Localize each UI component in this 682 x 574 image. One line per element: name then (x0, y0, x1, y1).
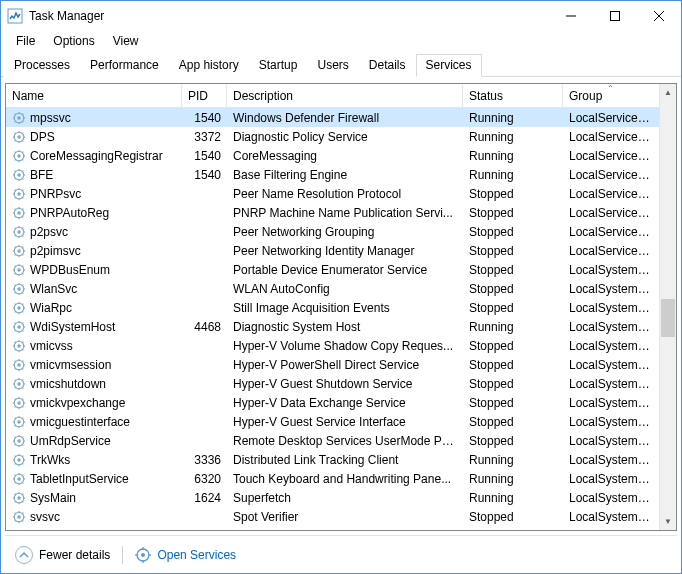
cell-description: Base Filtering Engine (227, 167, 463, 183)
table-row[interactable]: WiaRpcStill Image Acquisition EventsStop… (6, 298, 659, 317)
cell-name: WiaRpc (6, 300, 182, 316)
gear-icon (12, 377, 26, 391)
cell-pid (182, 516, 227, 518)
cell-name: WdiSystemHost (6, 319, 182, 335)
app-icon (7, 8, 23, 24)
table-row[interactable]: UmRdpServiceRemote Desktop Services User… (6, 431, 659, 450)
cell-pid: 4468 (182, 319, 227, 335)
header-group-label: Group (569, 89, 602, 103)
maximize-button[interactable] (593, 1, 637, 31)
tab-performance[interactable]: Performance (80, 54, 169, 77)
fewer-details-button[interactable]: Fewer details (15, 546, 110, 564)
menu-options[interactable]: Options (45, 33, 102, 49)
cell-group: LocalSystemN... (563, 262, 657, 278)
gear-icon (12, 244, 26, 258)
service-name: BFE (30, 168, 53, 182)
table-row[interactable]: mpssvc1540Windows Defender FirewallRunni… (6, 108, 659, 127)
header-group[interactable]: ⌃ Group (563, 85, 657, 107)
cell-status: Running (463, 129, 563, 145)
scroll-thumb[interactable] (661, 299, 675, 337)
menu-view[interactable]: View (105, 33, 147, 49)
cell-name: svsvc (6, 509, 182, 525)
cell-group: LocalServiceP... (563, 224, 657, 240)
titlebar[interactable]: Task Manager (1, 1, 681, 31)
header-description[interactable]: Description (227, 85, 463, 107)
cell-description: Superfetch (227, 490, 463, 506)
cell-description: Peer Networking Identity Manager (227, 243, 463, 259)
close-button[interactable] (637, 1, 681, 31)
header-status[interactable]: Status (463, 85, 563, 107)
gear-icon (12, 111, 26, 125)
table-row[interactable]: DPS3372Diagnostic Policy ServiceRunningL… (6, 127, 659, 146)
cell-status: Stopped (463, 262, 563, 278)
window-controls (549, 1, 681, 31)
table-row[interactable]: SysMain1624SuperfetchRunningLocalSystemN… (6, 488, 659, 507)
header-name[interactable]: Name (6, 85, 182, 107)
service-name: vmickvpexchange (30, 396, 125, 410)
scroll-up-button[interactable]: ▲ (660, 84, 676, 101)
table-row[interactable]: svsvcSpot VerifierStoppedLocalSystemN... (6, 507, 659, 526)
cell-pid (182, 440, 227, 442)
svg-point-96 (17, 287, 21, 291)
tab-startup[interactable]: Startup (249, 54, 308, 77)
cell-group: LocalSystemN... (563, 281, 657, 297)
cell-group: LocalServiceP... (563, 186, 657, 202)
cell-group: LocalServiceN... (563, 129, 657, 145)
cell-group: LocalSystemN... (563, 376, 657, 392)
service-name: DPS (30, 130, 55, 144)
tab-app-history[interactable]: App history (169, 54, 249, 77)
tab-processes[interactable]: Processes (4, 54, 80, 77)
gear-icon (12, 453, 26, 467)
table-row[interactable]: vmicshutdownHyper-V Guest Shutdown Servi… (6, 374, 659, 393)
cell-status: Running (463, 167, 563, 183)
table-row[interactable]: BFE1540Base Filtering EngineRunningLocal… (6, 165, 659, 184)
gear-icon (12, 149, 26, 163)
cell-status: Stopped (463, 224, 563, 240)
table-row[interactable]: vmicvmsessionHyper-V PowerShell Direct S… (6, 355, 659, 374)
vertical-scrollbar[interactable]: ▲ ▼ (659, 84, 676, 530)
cell-status: Stopped (463, 433, 563, 449)
cell-group: LocalServiceP... (563, 243, 657, 259)
table-row[interactable]: PNRPAutoRegPNRP Machine Name Publication… (6, 203, 659, 222)
gear-icon (12, 510, 26, 524)
table-row[interactable]: TrkWks3336Distributed Link Tracking Clie… (6, 450, 659, 469)
cell-description: Peer Networking Grouping (227, 224, 463, 240)
table-row[interactable]: WlanSvcWLAN AutoConfigStoppedLocalSystem… (6, 279, 659, 298)
table-row[interactable]: vmicvssHyper-V Volume Shadow Copy Reques… (6, 336, 659, 355)
tab-services[interactable]: Services (416, 54, 482, 77)
svg-point-196 (17, 477, 21, 481)
scroll-down-button[interactable]: ▼ (660, 513, 676, 530)
svg-point-36 (17, 173, 21, 177)
cell-name: vmicshutdown (6, 376, 182, 392)
cell-name: TabletInputService (6, 471, 182, 487)
scroll-track[interactable] (660, 101, 676, 513)
table-row[interactable]: vmicguestinterfaceHyper-V Guest Service … (6, 412, 659, 431)
cell-group: LocalSystemN... (563, 338, 657, 354)
minimize-button[interactable] (549, 1, 593, 31)
cell-description: Remote Desktop Services UserMode Po... (227, 433, 463, 449)
table-row[interactable]: p2psvcPeer Networking GroupingStoppedLoc… (6, 222, 659, 241)
svg-point-226 (141, 553, 145, 557)
tab-details[interactable]: Details (359, 54, 416, 77)
table-row[interactable]: p2pimsvcPeer Networking Identity Manager… (6, 241, 659, 260)
cell-name: mpssvc (6, 110, 182, 126)
cell-status: Stopped (463, 300, 563, 316)
service-name: p2pimsvc (30, 244, 81, 258)
tab-users[interactable]: Users (307, 54, 358, 77)
cell-description: Hyper-V Guest Shutdown Service (227, 376, 463, 392)
table-row[interactable]: WPDBusEnumPortable Device Enumerator Ser… (6, 260, 659, 279)
menu-file[interactable]: File (8, 33, 43, 49)
open-services-button[interactable]: Open Services (135, 547, 236, 563)
cell-name: WPDBusEnum (6, 262, 182, 278)
gear-icon (12, 301, 26, 315)
header-description-label: Description (233, 89, 293, 103)
cell-name: vmickvpexchange (6, 395, 182, 411)
table-row[interactable]: vmickvpexchangeHyper-V Data Exchange Ser… (6, 393, 659, 412)
table-row[interactable]: TabletInputService6320Touch Keyboard and… (6, 469, 659, 488)
table-row[interactable]: PNRPsvcPeer Name Resolution ProtocolStop… (6, 184, 659, 203)
svg-point-106 (17, 306, 21, 310)
cell-group: LocalSystemN... (563, 319, 657, 335)
header-pid[interactable]: PID (182, 85, 227, 107)
table-row[interactable]: CoreMessagingRegistrar1540CoreMessagingR… (6, 146, 659, 165)
table-row[interactable]: WdiSystemHost4468Diagnostic System HostR… (6, 317, 659, 336)
